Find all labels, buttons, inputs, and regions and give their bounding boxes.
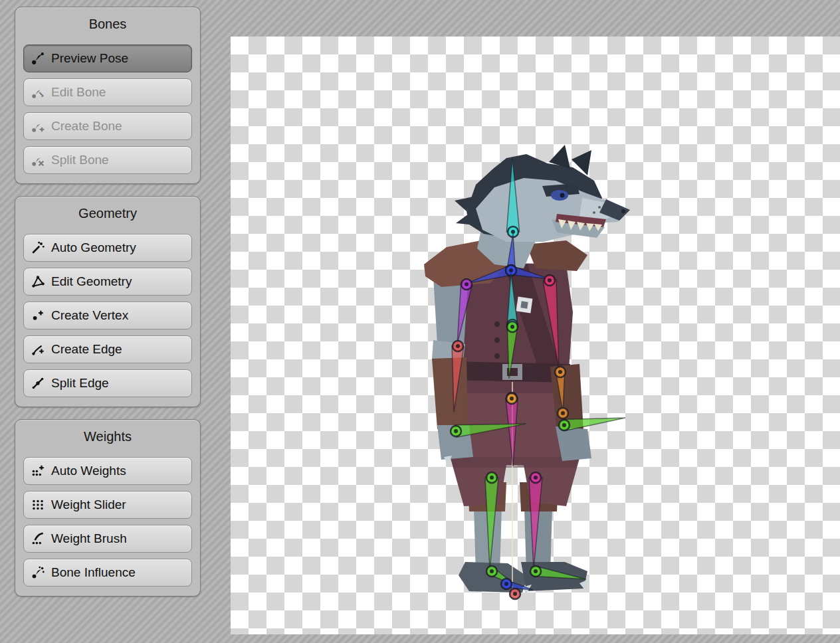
bone-foot-r[interactable]: [530, 566, 586, 579]
create-edge-icon: [31, 342, 45, 357]
button-label: Auto Geometry: [51, 240, 136, 255]
edit-bone-button[interactable]: Edit Bone: [23, 78, 192, 106]
weight-brush-icon: [31, 531, 45, 546]
button-label: Split Edge: [51, 376, 109, 391]
edit-bone-icon: [31, 85, 45, 100]
auto-weights-button[interactable]: Auto Weights: [23, 457, 192, 485]
create-bone-button[interactable]: Create Bone: [23, 112, 192, 140]
auto-geometry-button[interactable]: Auto Geometry: [23, 234, 192, 262]
button-label: Preview Pose: [51, 51, 128, 66]
button-label: Weight Brush: [51, 531, 127, 546]
button-label: Create Bone: [51, 119, 122, 134]
create-vertex-icon: [31, 308, 45, 323]
button-label: Auto Weights: [51, 464, 126, 478]
bone-leg-l[interactable]: [485, 472, 498, 569]
button-label: Create Edge: [51, 342, 122, 357]
preview-pose-button[interactable]: Preview Pose: [23, 45, 192, 72]
bone-head[interactable]: [506, 158, 519, 237]
button-label: Edit Geometry: [51, 274, 132, 289]
create-bone-icon: [31, 119, 45, 134]
bones-panel: Bones Preview Pose Edit Bone Create Bone…: [15, 7, 201, 184]
heel-l-joint[interactable]: [510, 589, 520, 599]
bone-arm-lower-r[interactable]: [555, 367, 566, 412]
auto-weights-icon: [31, 464, 45, 478]
split-bone-button[interactable]: Split Bone: [23, 146, 192, 174]
button-label: Bone Influence: [51, 565, 136, 580]
button-label: Split Bone: [51, 153, 109, 167]
bones-panel-title: Bones: [23, 13, 192, 39]
bone-spine-lower[interactable]: [507, 322, 518, 379]
edit-geometry-button[interactable]: Edit Geometry: [23, 268, 192, 296]
weight-slider-button[interactable]: Weight Slider: [23, 491, 192, 519]
sprite-canvas[interactable]: [231, 37, 840, 634]
split-edge-button[interactable]: Split Edge: [23, 369, 192, 397]
preview-pose-icon: [31, 51, 45, 66]
wrist-r-joint[interactable]: [558, 408, 568, 418]
edit-geometry-icon: [31, 274, 45, 289]
bone-hand-r[interactable]: [559, 418, 625, 430]
button-label: Edit Bone: [51, 85, 106, 100]
button-label: Weight Slider: [51, 498, 126, 512]
button-label: Create Vertex: [51, 308, 128, 323]
split-edge-icon: [31, 376, 45, 391]
weights-panel: Weights Auto Weights Weight Slider Weigh…: [15, 419, 201, 597]
bone-arm-lower-l[interactable]: [452, 341, 464, 412]
weight-brush-button[interactable]: Weight Brush: [23, 525, 192, 553]
geometry-panel: Geometry Auto Geometry Edit Geometry Cre…: [15, 196, 201, 407]
auto-geometry-icon: [31, 240, 45, 255]
bone-arm-upper-l[interactable]: [457, 279, 472, 344]
bone-clavicle-r[interactable]: [506, 265, 550, 279]
create-vertex-button[interactable]: Create Vertex: [23, 302, 192, 329]
tool-sidebar: Bones Preview Pose Edit Bone Create Bone…: [15, 7, 201, 597]
bone-influence-button[interactable]: Bone Influence: [23, 559, 192, 587]
weight-slider-icon: [31, 498, 45, 512]
bone-influence-icon: [31, 565, 45, 580]
split-bone-icon: [31, 153, 45, 167]
bone-arm-upper-r[interactable]: [543, 275, 559, 369]
geometry-panel-title: Geometry: [23, 202, 192, 228]
bone-rig-overlay: [231, 37, 840, 634]
create-edge-button[interactable]: Create Edge: [23, 335, 192, 363]
bone-leg-r[interactable]: [529, 472, 542, 569]
waist-joint[interactable]: [506, 393, 517, 404]
weights-panel-title: Weights: [23, 425, 192, 451]
